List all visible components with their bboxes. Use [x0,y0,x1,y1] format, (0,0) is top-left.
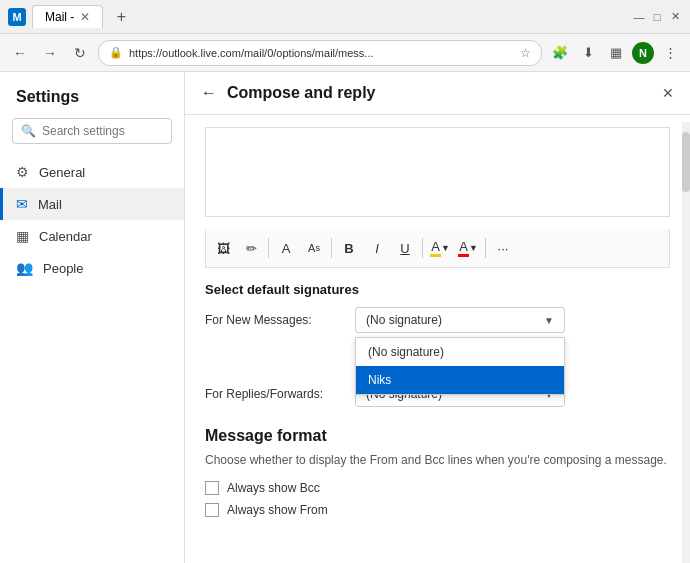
address-bar: ← → ↻ 🔒 https://outlook.live.com/mail/0/… [0,34,690,72]
back-button[interactable]: ← [8,41,32,65]
panel-back-button[interactable]: ← [201,84,217,102]
menu-icon[interactable]: ⋮ [658,41,682,65]
profile-avatar[interactable]: N [632,42,654,64]
new-messages-value: (No signature) [366,313,442,327]
main-content: Settings 🔍 ⚙ General ✉ Mail ▦ Calendar 👥… [0,72,690,563]
address-icons: ☆ [520,46,531,60]
dropdown-menu[interactable]: (No signature) Niks [355,337,565,395]
scrollbar[interactable] [682,122,690,563]
superscript-button[interactable]: As [301,235,327,261]
sidebar-item-calendar[interactable]: ▦ Calendar [0,220,184,252]
dropdown-item-no-sig[interactable]: (No signature) [356,338,564,366]
always-show-bcc-checkbox[interactable] [205,481,219,495]
section-label: Select default signatures [205,282,670,297]
font-color-button[interactable]: A ▼ [455,235,481,261]
dropdown-item-niks[interactable]: Niks [356,366,564,394]
font-size-button[interactable]: A [273,235,299,261]
separator [422,238,423,258]
sidebar-icon[interactable]: ▦ [604,41,628,65]
new-messages-label: For New Messages: [205,313,345,327]
tab-label: Mail - [45,10,74,24]
message-format-desc: Choose whether to display the From and B… [205,451,670,469]
italic-button[interactable]: I [364,235,390,261]
sidebar-item-general[interactable]: ⚙ General [0,156,184,188]
replies-label: For Replies/Forwards: [205,387,345,401]
new-messages-trigger[interactable]: (No signature) ▼ [355,307,565,333]
minimize-button[interactable]: — [632,10,646,24]
sidebar-item-label: General [39,165,85,180]
bold-button[interactable]: B [336,235,362,261]
always-show-from-checkbox[interactable] [205,503,219,517]
highlight-button[interactable]: A ▼ [427,235,453,261]
url-text: https://outlook.live.com/mail/0/options/… [129,47,514,59]
draw-button[interactable]: ✏ [238,235,264,261]
panel-close-button[interactable]: ✕ [662,85,674,101]
app-icon: M [8,8,26,26]
new-messages-dropdown[interactable]: (No signature) ▼ (No signature) Niks [355,307,565,333]
message-format-title: Message format [205,427,670,445]
title-bar: M Mail - ✕ + — □ ✕ [0,0,690,34]
window-controls: — □ ✕ [632,10,682,24]
tab-close-button[interactable]: ✕ [80,10,90,24]
separator [331,238,332,258]
sidebar: Settings 🔍 ⚙ General ✉ Mail ▦ Calendar 👥… [0,72,185,563]
sidebar-item-label: Mail [38,197,62,212]
panel-body: 🖼 ✏ A As B I U A ▼ A ▼ ··· [185,115,690,556]
image-button[interactable]: 🖼 [210,235,236,261]
sidebar-title: Settings [0,88,184,118]
people-icon: 👥 [16,260,33,276]
sidebar-item-people[interactable]: 👥 People [0,252,184,284]
always-show-bcc-label: Always show Bcc [227,481,320,495]
always-show-bcc-row: Always show Bcc [205,481,670,495]
chevron-down-icon: ▼ [544,315,554,326]
underline-button[interactable]: U [392,235,418,261]
signature-area[interactable] [205,127,670,217]
more-options-button[interactable]: ··· [490,235,516,261]
new-messages-row: For New Messages: (No signature) ▼ (No s… [205,307,670,333]
close-button[interactable]: ✕ [668,10,682,24]
extensions-icon[interactable]: 🧩 [548,41,572,65]
forward-button[interactable]: → [38,41,62,65]
always-show-from-label: Always show From [227,503,328,517]
scrollbar-thumb[interactable] [682,132,690,192]
sidebar-item-label: Calendar [39,229,92,244]
panel-header: ← Compose and reply ✕ [185,72,690,115]
bookmark-icon[interactable]: ☆ [520,46,531,60]
gear-icon: ⚙ [16,164,29,180]
separator [268,238,269,258]
search-input[interactable] [42,124,163,138]
sidebar-item-label: People [43,261,83,276]
settings-panel: ← Compose and reply ✕ 🖼 ✏ A As B I U A [185,72,690,563]
toolbar-icons: 🧩 ⬇ ▦ N ⋮ [548,41,682,65]
refresh-button[interactable]: ↻ [68,41,92,65]
search-icon: 🔍 [21,124,36,138]
download-icon[interactable]: ⬇ [576,41,600,65]
calendar-icon: ▦ [16,228,29,244]
browser-tab[interactable]: Mail - ✕ [32,5,103,28]
mail-icon: ✉ [16,196,28,212]
always-show-from-row: Always show From [205,503,670,517]
new-tab-button[interactable]: + [109,5,133,29]
format-toolbar: 🖼 ✏ A As B I U A ▼ A ▼ ··· [205,229,670,268]
search-box[interactable]: 🔍 [12,118,172,144]
title-bar-left: M Mail - ✕ + [8,5,632,29]
address-input[interactable]: 🔒 https://outlook.live.com/mail/0/option… [98,40,542,66]
sidebar-item-mail[interactable]: ✉ Mail [0,188,184,220]
maximize-button[interactable]: □ [650,10,664,24]
separator [485,238,486,258]
panel-title: Compose and reply [227,84,652,102]
